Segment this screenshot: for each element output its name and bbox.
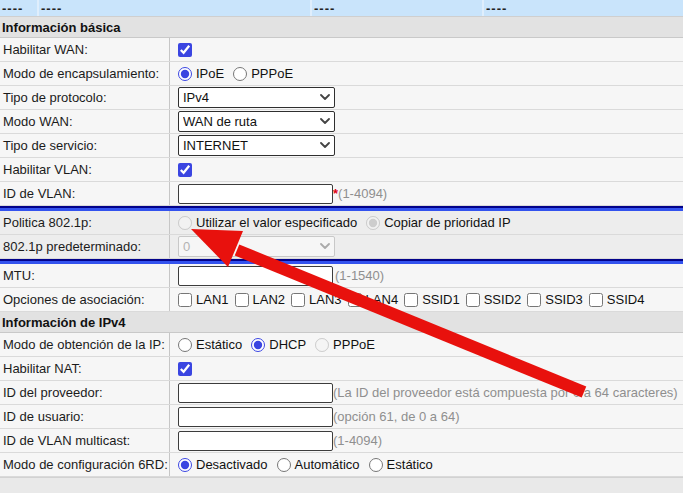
pppoe-ip-radio xyxy=(315,338,329,352)
pppoe-encap-radio[interactable] xyxy=(233,67,247,81)
id-usuario-label: ID de usuario: xyxy=(0,405,170,428)
checkbox-lan3[interactable]: LAN3 xyxy=(291,292,342,307)
checkbox-ssid3[interactable]: SSID3 xyxy=(527,292,583,307)
table-header-cell: ---- xyxy=(0,0,39,16)
row-mtu: MTU: (1-1540) xyxy=(0,264,683,288)
pppoe-encap-radio-label: PPPoE xyxy=(251,66,293,81)
ipoe-radio[interactable] xyxy=(178,67,192,81)
pppoe-ip-radio-label: PPPoE xyxy=(333,337,375,352)
checkbox-lan1[interactable]: LAN1 xyxy=(178,292,229,307)
row-habilitar-vlan: Habilitar VLAN: xyxy=(0,158,683,182)
ssid4-label: SSID4 xyxy=(607,292,645,307)
row-politica-8021p: Politica 802.1p: Utilizar el valor espec… xyxy=(0,211,683,235)
desactivado-6rd-radio[interactable] xyxy=(178,458,192,472)
checkbox-ssid2[interactable]: SSID2 xyxy=(466,292,522,307)
id-proveedor-input[interactable] xyxy=(178,383,333,403)
lan3-label: LAN3 xyxy=(309,292,342,307)
automatico-6rd-radio-label: Automático xyxy=(295,457,360,472)
row-8021p-predeterminado: 802.1p predeterminado: 0 xyxy=(0,235,683,259)
radio-ipoe[interactable]: IPoE xyxy=(178,66,224,81)
radio-pppoe-ip: PPPoE xyxy=(315,337,375,352)
habilitar-wan-checkbox[interactable] xyxy=(178,43,192,57)
8021p-predeterminado-label: 802.1p predeterminado: xyxy=(0,235,170,258)
radio-automatico-6rd[interactable]: Automático xyxy=(277,457,360,472)
checkbox-lan2[interactable]: LAN2 xyxy=(235,292,286,307)
estatico-ip-radio[interactable] xyxy=(178,338,192,352)
table-header-cell: ---- xyxy=(39,0,312,16)
ssid3-checkbox[interactable] xyxy=(527,293,541,307)
estatico-6rd-radio-label: Estático xyxy=(387,457,433,472)
row-id-vlan: ID de VLAN: *(1-4094) xyxy=(0,182,683,206)
lan4-checkbox[interactable] xyxy=(348,293,362,307)
ssid2-checkbox[interactable] xyxy=(466,293,480,307)
modo-6rd-label: Modo de configuración 6RD: xyxy=(0,453,170,476)
opciones-asociacion-label: Opciones de asociación: xyxy=(0,288,170,311)
estatico-ip-radio-label: Estático xyxy=(196,337,242,352)
checkbox-lan4[interactable]: LAN4 xyxy=(348,292,399,307)
radio-pppoe-encap[interactable]: PPPoE xyxy=(233,66,293,81)
estatico-6rd-radio[interactable] xyxy=(369,458,383,472)
id-vlan-label: ID de VLAN: xyxy=(0,182,170,205)
ssid1-label: SSID1 xyxy=(422,292,460,307)
radio-estatico-ip[interactable]: Estático xyxy=(178,337,242,352)
habilitar-wan-label: Habilitar WAN: xyxy=(0,38,170,61)
footer-strip xyxy=(0,477,683,493)
mtu-label: MTU: xyxy=(0,264,170,287)
ssid1-checkbox[interactable] xyxy=(404,293,418,307)
radio-desactivado-6rd[interactable]: Desactivado xyxy=(178,457,268,472)
table-header-cell: ---- xyxy=(312,0,484,16)
row-modo-6rd: Modo de configuración 6RD: Desactivado A… xyxy=(0,453,683,477)
id-usuario-input[interactable] xyxy=(178,407,333,427)
id-vlan-hint: (1-4094) xyxy=(338,186,387,201)
copiar-prioridad-radio-label: Copiar de prioridad IP xyxy=(384,215,510,230)
mtu-input[interactable] xyxy=(178,266,333,286)
habilitar-vlan-checkbox[interactable] xyxy=(178,163,192,177)
section-header-ipv4-info: Información de IPv4 xyxy=(0,312,683,333)
lan1-label: LAN1 xyxy=(196,292,229,307)
habilitar-vlan-label: Habilitar VLAN: xyxy=(0,158,170,181)
wan-settings-page: ---- ---- ---- ---- Información básica H… xyxy=(0,0,683,493)
lan2-checkbox[interactable] xyxy=(235,293,249,307)
table-header-row: ---- ---- ---- ---- xyxy=(0,0,683,17)
ssid2-label: SSID2 xyxy=(484,292,522,307)
radio-copiar-prioridad: Copiar de prioridad IP xyxy=(366,215,510,230)
id-vlan-multicast-input[interactable] xyxy=(178,431,333,451)
table-header-cell: ---- xyxy=(484,0,683,16)
utilizar-valor-radio-label: Utilizar el valor especificado xyxy=(196,215,357,230)
row-id-usuario: ID de usuario: (opción 61, de 0 a 64) xyxy=(0,405,683,429)
radio-estatico-6rd[interactable]: Estático xyxy=(369,457,433,472)
ssid4-checkbox[interactable] xyxy=(589,293,603,307)
dhcp-radio-label: DHCP xyxy=(269,337,306,352)
row-opciones-asociacion: Opciones de asociación: LAN1 LAN2 LAN3 L… xyxy=(0,288,683,312)
checkbox-ssid1[interactable]: SSID1 xyxy=(404,292,460,307)
tipo-servicio-label: Tipo de servicio: xyxy=(0,134,170,157)
tipo-protocolo-label: Tipo de protocolo: xyxy=(0,86,170,109)
lan1-checkbox[interactable] xyxy=(178,293,192,307)
lan4-label: LAN4 xyxy=(366,292,399,307)
ssid3-label: SSID3 xyxy=(545,292,583,307)
row-modo-wan: Modo WAN: WAN de ruta xyxy=(0,110,683,134)
section-header-basic-info: Información básica xyxy=(0,17,683,38)
id-proveedor-hint: (La ID del proveedor está compuesta por … xyxy=(333,385,678,400)
id-vlan-multicast-label: ID de VLAN multicast: xyxy=(0,429,170,452)
ipoe-radio-label: IPoE xyxy=(196,66,224,81)
row-id-proveedor: ID del proveedor: (La ID del proveedor e… xyxy=(0,381,683,405)
politica-8021p-label: Politica 802.1p: xyxy=(0,211,170,234)
id-vlan-input[interactable] xyxy=(178,184,333,204)
modo-wan-select[interactable]: WAN de ruta xyxy=(178,111,335,132)
tipo-servicio-select[interactable]: INTERNET xyxy=(178,135,335,156)
tipo-protocolo-select[interactable]: IPv4 xyxy=(178,87,335,108)
dhcp-radio[interactable] xyxy=(251,338,265,352)
modo-obtencion-ip-label: Modo de obtención de la IP: xyxy=(0,333,170,356)
checkbox-ssid4[interactable]: SSID4 xyxy=(589,292,645,307)
automatico-6rd-radio[interactable] xyxy=(277,458,291,472)
lan3-checkbox[interactable] xyxy=(291,293,305,307)
row-tipo-servicio: Tipo de servicio: INTERNET xyxy=(0,134,683,158)
copiar-prioridad-radio xyxy=(366,216,380,230)
id-usuario-hint: (opción 61, de 0 a 64) xyxy=(333,409,459,424)
radio-utilizar-valor: Utilizar el valor especificado xyxy=(178,215,357,230)
radio-dhcp[interactable]: DHCP xyxy=(251,337,306,352)
row-id-vlan-multicast: ID de VLAN multicast: (1-4094) xyxy=(0,429,683,453)
row-habilitar-nat: Habilitar NAT: xyxy=(0,357,683,381)
habilitar-nat-checkbox[interactable] xyxy=(178,362,192,376)
